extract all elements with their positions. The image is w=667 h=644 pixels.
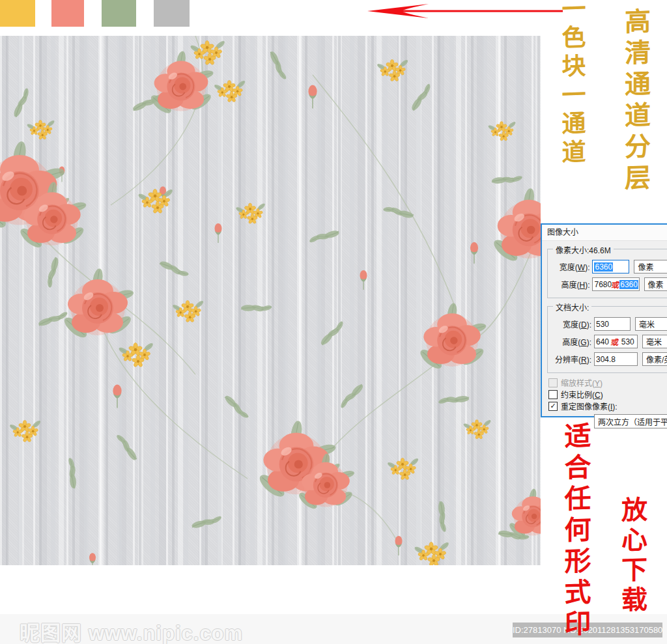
pixel-height-row: 高度(H): 7680或6360 像素 — [552, 277, 667, 291]
scale-styles-checkbox — [548, 378, 558, 387]
resolution-unit-select[interactable]: 像素/英寸 — [642, 352, 667, 366]
pixel-height-label: 高度(H): — [552, 279, 589, 290]
doc-height-label: 高度(G): — [552, 336, 591, 347]
site-url: www.nipic.com — [89, 622, 244, 644]
doc-width-row: 宽度(D): 530 毫米 — [552, 317, 667, 331]
pixel-width-label: 宽度(W): — [552, 261, 589, 272]
pixel-width-row: 宽度(W): 6360 像素 — [552, 260, 667, 273]
resolution-input[interactable]: 304.8 — [594, 352, 638, 366]
resample-image-checkbox[interactable]: ✓ — [548, 402, 558, 411]
doc-height-unit-select[interactable]: 毫米 — [642, 335, 667, 348]
pixel-height-input[interactable]: 7680或6360 — [592, 277, 639, 291]
dialog-title: 图像大小 — [542, 225, 667, 241]
doc-width-unit-select[interactable]: 毫米 — [635, 317, 667, 331]
pixel-height-unit-select[interactable]: 像素 — [644, 277, 667, 291]
constrain-proportions-row: 约束比例(C) — [548, 389, 667, 400]
doc-height-input[interactable]: 640 或 530 — [594, 335, 638, 348]
resolution-row: 分辨率(R): 304.8 像素/英寸 — [552, 352, 667, 366]
document-size-group: 文档大小: 宽度(D): 530 毫米 高度(G): 640 或 530 毫米 … — [547, 306, 667, 373]
color-swatch-salmon — [51, 0, 84, 27]
pixel-width-input[interactable]: 6360 — [592, 260, 629, 273]
scale-styles-row: 缩放样式(Y) — [548, 377, 667, 388]
resample-image-label: 重定图像像素(I): — [561, 400, 617, 412]
arrow-left-icon — [363, 3, 567, 20]
site-logo: 昵图网 — [20, 622, 82, 644]
doc-width-input[interactable]: 530 — [594, 317, 631, 331]
pixel-size-group: 像素大小:46.6M 宽度(W): 6360 像素 高度(H): 7680或63… — [547, 249, 667, 298]
doc-width-label: 宽度(D): — [552, 318, 591, 329]
pixel-size-label: 像素大小:46.6M — [553, 244, 614, 255]
document-size-label: 文档大小: — [553, 301, 591, 313]
site-watermark: 昵图网 www.nipic.com — [20, 617, 243, 644]
slogan-suitable-any-print: 适合任何形式印 — [556, 421, 595, 641]
resample-image-row: ✓ 重定图像像素(I): — [548, 400, 667, 412]
doc-height-row: 高度(G): 640 或 530 毫米 — [552, 335, 667, 348]
constrain-proportions-label: 约束比例(C) — [561, 389, 603, 400]
slogan-hd-channel-layers: 高清通道分层 — [616, 7, 654, 196]
color-swatch-gray — [154, 0, 190, 27]
constrain-proportions-checkbox[interactable] — [548, 390, 558, 399]
slogan-one-block-one-channel: 一色块一通道 — [554, 0, 589, 169]
wallpaper-pattern-preview — [0, 36, 541, 565]
color-swatch-yellow — [0, 0, 35, 27]
pixel-width-unit-select[interactable]: 像素 — [634, 260, 667, 273]
scale-styles-label: 缩放样式(Y) — [561, 377, 603, 388]
resolution-label: 分辨率(R): — [552, 354, 591, 365]
slogan-download-with-confidence: 放心下载 — [613, 496, 651, 617]
color-swatch-green — [102, 0, 136, 27]
resample-method-select[interactable]: 两次立方（适用于平滑渐变 — [594, 414, 667, 428]
image-size-dialog: 图像大小 像素大小:46.6M 宽度(W): 6360 像素 高度(H): 76… — [541, 223, 667, 417]
